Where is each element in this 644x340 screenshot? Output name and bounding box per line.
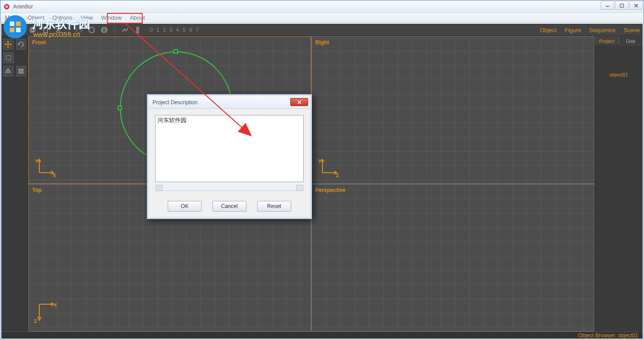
project-item-object01[interactable]: object01 xyxy=(595,72,643,77)
app-area: 0 1 2 3 4 5 6 7 Object Figure Sequence S… xyxy=(1,24,643,332)
app-icon xyxy=(3,3,10,10)
layer-numbers: 0 1 2 3 4 5 6 7 xyxy=(150,27,199,33)
close-button[interactable] xyxy=(629,1,643,10)
copy-icon[interactable] xyxy=(29,26,37,34)
window-controls xyxy=(601,1,643,10)
description-textarea[interactable] xyxy=(155,115,304,182)
svg-text:X: X xyxy=(53,173,56,178)
textarea-scrollbar-horizontal[interactable] xyxy=(155,184,304,191)
status-bar: Object Browser: object01 xyxy=(1,332,643,339)
tab-figure[interactable]: Figure xyxy=(565,27,581,34)
maximize-button[interactable] xyxy=(615,1,628,10)
viewport-front-label: Front xyxy=(32,39,46,46)
svg-point-28 xyxy=(21,72,23,73)
shape-b-tool[interactable] xyxy=(16,66,26,76)
circle-solid-icon[interactable] xyxy=(88,26,96,34)
ok-button[interactable]: OK xyxy=(168,201,202,212)
cancel-button[interactable]: Cancel xyxy=(212,201,246,212)
move-tool[interactable] xyxy=(3,39,13,50)
svg-point-25 xyxy=(19,69,21,71)
svg-rect-23 xyxy=(6,55,11,60)
svg-point-14 xyxy=(89,27,94,33)
reset-button[interactable]: Reset xyxy=(257,201,291,212)
project-description-dialog: Project Description OK Cancel Reset xyxy=(147,94,312,219)
new-icon[interactable] xyxy=(17,26,25,34)
svg-point-27 xyxy=(19,72,21,73)
status-text: Object Browser: object01 xyxy=(578,332,638,339)
right-panel: Project Disk object01 xyxy=(594,36,643,332)
axis-right: YZ xyxy=(316,157,341,180)
svg-point-16 xyxy=(102,29,107,31)
svg-text:X: X xyxy=(54,302,57,308)
app-title: Anim8or xyxy=(13,4,33,10)
object-handle-left[interactable] xyxy=(118,106,122,110)
ruler-icon[interactable] xyxy=(134,26,142,34)
menu-about[interactable]: About xyxy=(130,14,145,21)
layer-6[interactable]: 6 xyxy=(189,27,192,33)
svg-text:Z: Z xyxy=(336,173,339,178)
svg-text:Z: Z xyxy=(34,319,37,324)
graph-icon[interactable] xyxy=(121,26,129,34)
tab-object[interactable]: Object xyxy=(540,27,557,34)
menu-options[interactable]: Options xyxy=(52,14,72,21)
layer-4[interactable]: 4 xyxy=(176,27,179,33)
menu-object[interactable]: Object xyxy=(28,14,45,21)
svg-text:Y: Y xyxy=(35,158,38,164)
viewport-perspective[interactable]: Perspective xyxy=(311,184,594,332)
dialog-title-bar[interactable]: Project Description xyxy=(149,96,310,109)
viewport-right[interactable]: Right YZ xyxy=(311,36,594,184)
layer-2[interactable]: 2 xyxy=(163,27,166,33)
svg-text:Y: Y xyxy=(318,158,322,164)
sphere-icon[interactable] xyxy=(100,26,108,34)
panel-tab-project[interactable]: Project xyxy=(595,36,619,45)
svg-point-26 xyxy=(21,69,23,71)
svg-point-13 xyxy=(76,27,82,33)
menu-window[interactable]: Window xyxy=(101,14,122,21)
layer-1[interactable]: 1 xyxy=(157,27,160,33)
minimize-button[interactable] xyxy=(601,1,614,10)
object-handle-top[interactable] xyxy=(174,49,178,54)
dialog-title: Project Description xyxy=(153,99,198,106)
viewport-perspective-label: Perspective xyxy=(315,187,345,193)
undo-icon[interactable] xyxy=(4,26,12,34)
axis-top: XZ xyxy=(33,301,58,327)
paste-icon[interactable] xyxy=(42,26,50,34)
select-tool[interactable] xyxy=(3,52,14,63)
svg-rect-3 xyxy=(620,4,623,7)
menu-bar: Mode Object Options View Window About xyxy=(0,13,644,23)
layer-7[interactable]: 7 xyxy=(196,27,199,33)
layer-0[interactable]: 0 xyxy=(150,27,153,33)
layer-5[interactable]: 5 xyxy=(182,27,186,33)
mode-tabs: Object Figure Sequence Scene xyxy=(540,24,640,36)
left-toolbar xyxy=(1,36,28,332)
tab-scene[interactable]: Scene xyxy=(623,27,640,34)
tab-sequence[interactable]: Sequence xyxy=(589,27,616,34)
svg-point-1 xyxy=(5,5,8,8)
panel-tab-disk[interactable]: Disk xyxy=(619,36,643,45)
menu-mode[interactable]: Mode xyxy=(5,14,20,21)
dialog-close-button[interactable] xyxy=(290,98,308,106)
svg-point-15 xyxy=(102,27,107,33)
app-window: Anim8or Mode Object Options View Window … xyxy=(0,0,644,340)
shape-a-tool[interactable] xyxy=(3,66,13,76)
circle-wireframe-icon[interactable] xyxy=(75,26,83,34)
axis-front: YX xyxy=(33,157,58,180)
title-bar: Anim8or xyxy=(0,0,644,13)
viewport-top-label: Top xyxy=(32,187,42,193)
svg-point-24 xyxy=(7,70,9,72)
viewport-right-label: Right xyxy=(315,39,329,46)
layer-3[interactable]: 3 xyxy=(169,27,173,33)
delete-icon[interactable] xyxy=(54,26,62,34)
menu-view[interactable]: View xyxy=(80,14,93,21)
toolbar: 0 1 2 3 4 5 6 7 Object Figure Sequence S… xyxy=(1,24,643,36)
rotate-tool[interactable] xyxy=(16,39,26,50)
